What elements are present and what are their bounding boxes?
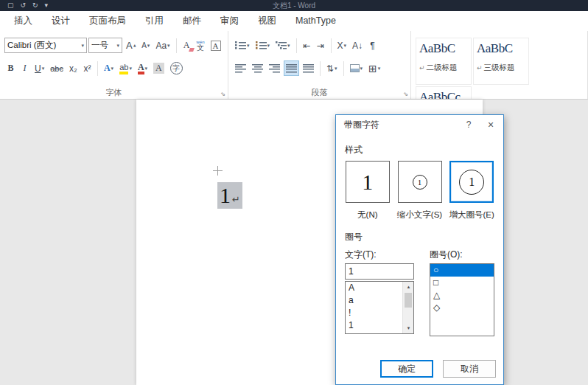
change-case-button[interactable]: Aa▾ <box>153 38 172 53</box>
style-card-heading2[interactable]: AaBbC ↵二级标题 <box>416 38 472 85</box>
enclose-characters-icon: 字 <box>170 62 183 74</box>
decrease-indent-button[interactable]: ⇤ <box>301 38 313 53</box>
font-name-combobox[interactable]: Calibri (西文) ▾ <box>4 38 87 53</box>
font-dialog-launcher-icon[interactable]: ⇘ <box>220 91 225 97</box>
scrollbar[interactable]: ▲ ▼ <box>402 282 413 333</box>
borders-button[interactable]: ⊞▾ <box>366 60 382 76</box>
font-group: Calibri (西文) ▾ 一号 ▾ A▾ A▾ Aa▾ A wén 文 A … <box>0 31 228 99</box>
increase-indent-button[interactable]: ⇥ <box>315 38 327 53</box>
grow-font-glyph: A <box>126 40 133 51</box>
circle-option[interactable]: ◇ <box>430 302 494 314</box>
align-center-button[interactable] <box>250 60 265 76</box>
redo-icon[interactable]: ↻ <box>32 0 38 11</box>
distribute-button[interactable] <box>301 60 316 76</box>
line-spacing-button[interactable]: ⇅▾ <box>324 60 340 76</box>
circle-option[interactable]: □ <box>430 277 494 289</box>
chevron-down-icon: ▾ <box>335 66 337 72</box>
paragraph-style-icon: ↵ <box>477 64 483 72</box>
shading-button[interactable]: ▾ <box>348 60 365 76</box>
bullet-list-icon <box>235 41 246 50</box>
change-case-glyph: Aa <box>155 41 167 51</box>
chevron-down-icon: ▾ <box>129 66 132 72</box>
circle-field-label: 圈号(O): <box>430 249 494 261</box>
grow-font-button[interactable]: A▾ <box>124 38 138 53</box>
sort-button[interactable]: A↓ <box>350 38 365 53</box>
phonetic-guide-icon: wén 文 <box>197 40 205 52</box>
align-center-icon <box>252 64 263 73</box>
font-name-value: Calibri (西文) <box>7 40 56 51</box>
tab-design[interactable]: 设计 <box>42 11 80 31</box>
show-marks-button[interactable]: ¶ <box>366 38 379 53</box>
chevron-down-icon[interactable]: ▾ <box>79 43 84 49</box>
scrollbar-thumb[interactable] <box>405 293 412 308</box>
close-icon[interactable]: × <box>480 115 502 135</box>
clear-formatting-button[interactable]: A <box>181 38 193 53</box>
text-option[interactable]: 1 <box>346 319 402 332</box>
scroll-up-icon[interactable]: ▲ <box>403 282 414 292</box>
character-border-button[interactable]: A <box>209 38 223 53</box>
text-field-column: 文字(T): A a ! 1 ▲ ▼ <box>345 249 414 336</box>
dialog-titlebar[interactable]: 带圈字符 ? × <box>336 115 503 135</box>
enclose-characters-button[interactable]: 字 <box>168 60 185 76</box>
bullets-button[interactable]: ▾ <box>233 38 252 53</box>
style-option-label: 无(N) <box>357 209 377 221</box>
text-option[interactable]: A <box>346 282 402 294</box>
help-icon[interactable]: ? <box>458 115 480 135</box>
tab-view[interactable]: 视图 <box>248 11 286 31</box>
text-option[interactable]: a <box>346 294 402 307</box>
font-color-button[interactable]: A▾ <box>136 60 150 76</box>
circle-option[interactable]: △ <box>430 289 494 302</box>
paragraph-dialog-launcher-icon[interactable]: ⇘ <box>403 91 408 97</box>
chevron-down-icon: ▾ <box>360 66 363 72</box>
align-left-button[interactable] <box>233 60 248 76</box>
character-shading-button[interactable]: A <box>151 60 167 76</box>
multilevel-list-button[interactable]: ▾ <box>273 38 293 53</box>
superscript-button[interactable]: x² <box>81 60 94 76</box>
numbering-button[interactable]: ▾ <box>253 38 273 53</box>
align-right-button[interactable] <box>267 60 282 76</box>
strikethrough-button[interactable]: abc <box>48 60 66 76</box>
tab-review[interactable]: 审阅 <box>211 11 248 31</box>
style-option-none[interactable]: 1 无(N) <box>345 161 391 221</box>
bold-button[interactable]: B <box>4 60 17 76</box>
asian-layout-button[interactable]: X▾ <box>335 38 349 53</box>
style-option-shrink-text[interactable]: 1 缩小文字(S) <box>397 161 443 221</box>
selected-text-run[interactable]: 1 ↵ <box>217 182 242 209</box>
undo-icon[interactable]: ↺ <box>21 0 27 11</box>
style-card-heading3[interactable]: AaBbC ↵三级标题 <box>473 38 529 85</box>
tab-mathtype[interactable]: MathType <box>286 11 346 31</box>
underline-button[interactable]: U▾ <box>32 60 46 76</box>
justify-button[interactable] <box>284 60 299 76</box>
tab-references[interactable]: 引用 <box>136 11 173 31</box>
shrink-font-button[interactable]: A▾ <box>139 38 152 53</box>
up-caret-icon: ▾ <box>133 43 136 49</box>
subscript-button[interactable]: x₂ <box>67 60 80 76</box>
style-preview: AaBbC <box>477 41 525 56</box>
style-card-custom[interactable]: AaBbCc ↵我的论... <box>416 86 472 99</box>
chevron-down-icon: ▾ <box>167 43 170 49</box>
ribbon: Calibri (西文) ▾ 一号 ▾ A▾ A▾ Aa▾ A wén 文 A … <box>0 31 588 100</box>
tab-page-layout[interactable]: 页面布局 <box>80 11 136 31</box>
enclose-text-input[interactable] <box>345 263 414 280</box>
scroll-down-icon[interactable]: ▼ <box>403 323 414 333</box>
text-effects-button[interactable]: A▾ <box>102 60 116 76</box>
text-option[interactable]: ! <box>346 307 402 319</box>
italic-button[interactable]: I <box>18 60 31 76</box>
divider <box>320 61 321 76</box>
phonetic-guide-button[interactable]: wén 文 <box>195 38 207 53</box>
tab-mailings[interactable]: 邮件 <box>173 11 211 31</box>
style-option-enlarge-symbol[interactable]: 1 增大圈号(E) <box>449 161 494 221</box>
text-highlight-button[interactable]: ab▾ <box>117 60 134 76</box>
cancel-button[interactable]: 取消 <box>443 360 496 378</box>
chevron-down-icon: ▾ <box>378 66 381 72</box>
tab-insert[interactable]: 插入 <box>4 11 42 31</box>
ok-button[interactable]: 确定 <box>380 360 433 378</box>
save-icon[interactable]: ▢ <box>7 0 14 11</box>
style-preview: AaBbCc <box>419 90 468 99</box>
chevron-down-icon: ▾ <box>42 66 45 72</box>
chevron-down-icon: ▾ <box>111 66 114 72</box>
font-size-combobox[interactable]: 一号 ▾ <box>88 38 122 53</box>
chevron-down-icon[interactable]: ▾ <box>114 43 119 49</box>
qat-customize-icon[interactable]: ▾ <box>45 0 49 11</box>
circle-option[interactable]: ○ <box>430 264 494 277</box>
